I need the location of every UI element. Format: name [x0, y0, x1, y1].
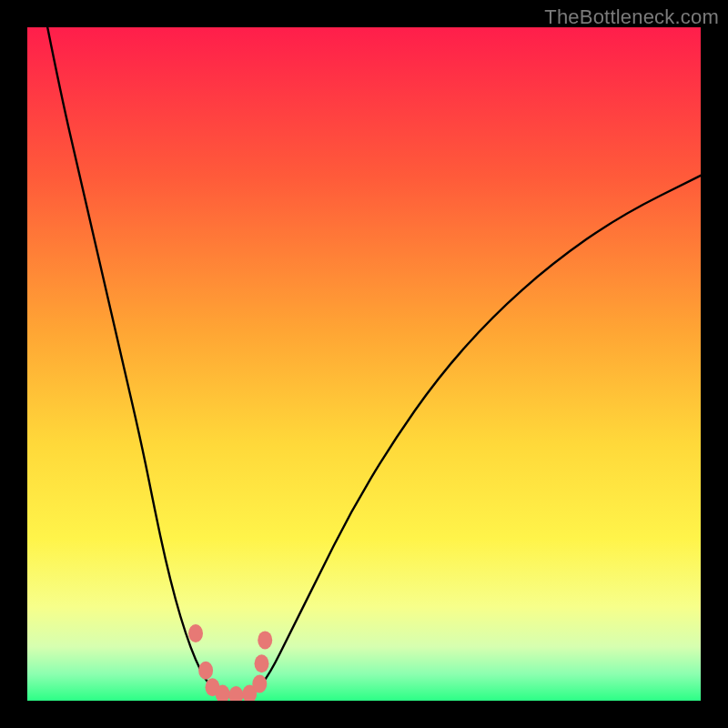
valley-marker	[198, 662, 213, 680]
valley-marker	[258, 631, 272, 649]
valley-marker	[252, 675, 267, 693]
gradient-backdrop	[27, 27, 701, 701]
valley-marker	[188, 624, 203, 642]
bottleneck-plot	[27, 27, 701, 701]
watermark-text: TheBottleneck.com	[544, 5, 719, 29]
chart-frame: TheBottleneck.com	[0, 0, 728, 728]
valley-marker	[255, 654, 269, 672]
